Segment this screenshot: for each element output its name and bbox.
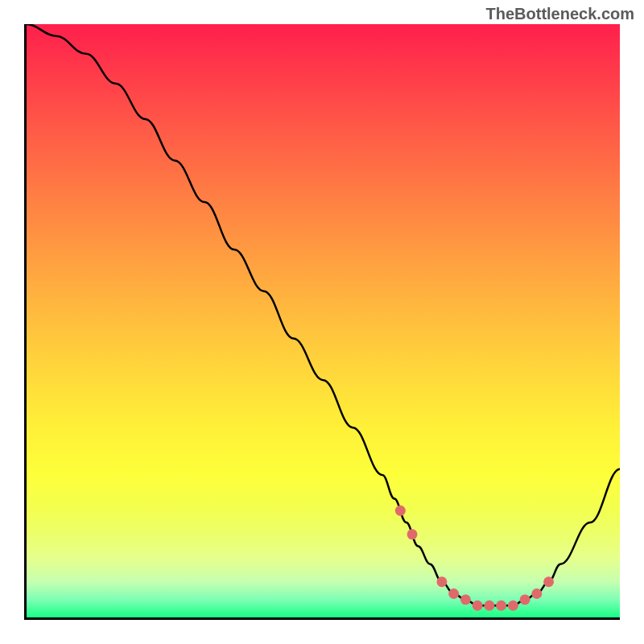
marker-point [496, 601, 506, 611]
marker-point [473, 601, 483, 611]
curve-layer [27, 24, 620, 617]
marker-point [448, 588, 459, 599]
marker-point [508, 601, 518, 611]
marker-point [484, 601, 494, 611]
bottleneck-curve [27, 24, 620, 605]
marker-point [543, 576, 554, 587]
marker-point [407, 529, 418, 539]
marker-point [436, 576, 447, 587]
marker-point [531, 588, 542, 599]
attribution-text: TheBottleneck.com [486, 5, 634, 23]
marker-points-group [395, 506, 554, 611]
plot-area [24, 24, 620, 620]
marker-point [520, 594, 530, 605]
chart-container: TheBottleneck.com [0, 0, 644, 644]
marker-point [395, 506, 406, 516]
marker-point [460, 594, 471, 605]
